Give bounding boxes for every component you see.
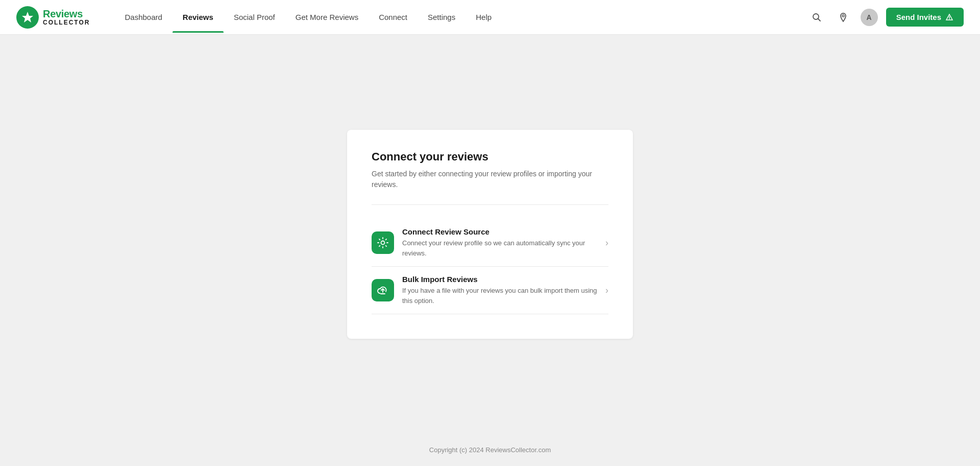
nav-item-social-proof[interactable]: Social Proof [224, 2, 285, 33]
bulk-import-reviews-desc: If you have a file with your reviews you… [402, 286, 597, 306]
user-avatar[interactable]: A [861, 9, 878, 26]
header: Reviews COLLECTOR Dashboard Reviews Soci… [0, 0, 980, 35]
top-divider [372, 204, 608, 205]
bulk-import-reviews-content: Bulk Import Reviews If you have a file w… [402, 275, 597, 306]
connect-review-source-title: Connect Review Source [402, 227, 597, 236]
logo-icon [16, 6, 39, 29]
svg-point-3 [842, 15, 844, 17]
connect-review-source-row[interactable]: Connect Review Source Connect your revie… [372, 219, 608, 266]
connect-review-source-icon [372, 231, 394, 254]
connect-review-source-content: Connect Review Source Connect your revie… [402, 227, 597, 258]
upload-cloud-icon [377, 284, 389, 296]
svg-point-6 [381, 241, 385, 245]
search-button[interactable] [807, 8, 826, 27]
logo-reviews-text: Reviews [43, 8, 90, 19]
svg-line-2 [818, 18, 820, 21]
nav-item-get-more-reviews[interactable]: Get More Reviews [285, 2, 369, 33]
logo-collector-text: COLLECTOR [43, 19, 90, 26]
svg-point-5 [949, 18, 949, 19]
bulk-import-reviews-chevron: › [605, 285, 608, 296]
nav-item-dashboard[interactable]: Dashboard [114, 2, 172, 33]
connect-subtitle: Get started by either connecting your re… [372, 169, 608, 190]
nav-item-settings[interactable]: Settings [418, 2, 465, 33]
gear-icon [377, 237, 389, 249]
bulk-import-reviews-title: Bulk Import Reviews [402, 275, 597, 284]
alert-triangle-icon [945, 13, 953, 21]
connect-review-source-desc: Connect your review profile so we can au… [402, 238, 597, 258]
nav-item-reviews[interactable]: Reviews [173, 2, 224, 33]
main-content: Connect your reviews Get started by eith… [0, 35, 980, 434]
location-button[interactable] [834, 8, 852, 27]
logo[interactable]: Reviews COLLECTOR [16, 6, 90, 29]
send-invites-button[interactable]: Send Invites [886, 8, 964, 27]
bulk-import-reviews-row[interactable]: Bulk Import Reviews If you have a file w… [372, 267, 608, 314]
svg-marker-0 [22, 12, 33, 22]
bulk-import-icon [372, 279, 394, 301]
connect-card: Connect your reviews Get started by eith… [347, 130, 633, 339]
main-nav: Dashboard Reviews Social Proof Get More … [114, 2, 807, 33]
nav-item-connect[interactable]: Connect [369, 2, 418, 33]
nav-item-help[interactable]: Help [465, 2, 502, 33]
footer-copyright: Copyright (c) 2024 ReviewsCollector.com [429, 446, 551, 454]
bottom-divider [372, 314, 608, 314]
connect-title: Connect your reviews [372, 150, 608, 164]
connect-review-source-chevron: › [605, 238, 608, 248]
header-actions: A Send Invites [807, 8, 964, 27]
footer: Copyright (c) 2024 ReviewsCollector.com [0, 434, 980, 466]
